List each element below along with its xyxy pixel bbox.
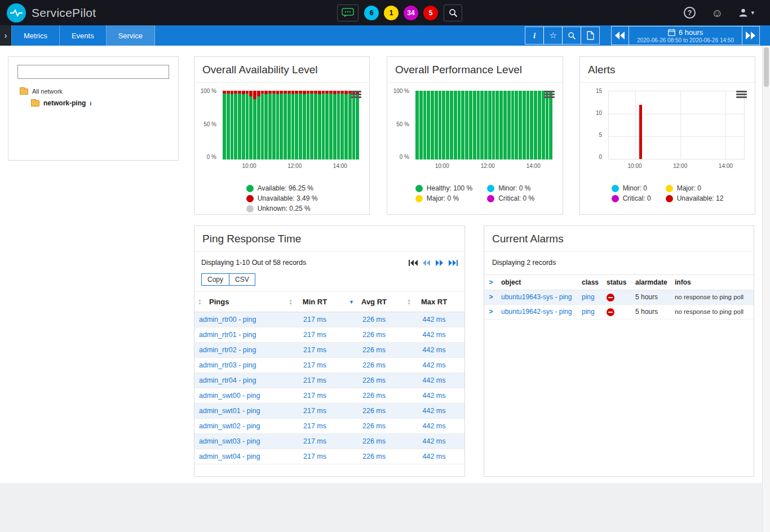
legend-label: Available: 96.25 % xyxy=(258,184,313,192)
ping-table-row: admin_rtr04 - ping217 ms226 ms442 ms xyxy=(194,373,464,388)
y-tick-label: 10 xyxy=(596,110,602,116)
vertical-scrollbar[interactable] xyxy=(762,46,770,532)
alarm-object-link[interactable]: ubuntu19643-sys - ping xyxy=(498,290,578,305)
topbar: ServicePilot 61345 ? ☺ ▾ xyxy=(0,0,770,25)
chat-bubble-icon xyxy=(342,8,354,17)
column-header-min-rt[interactable]: ▲▼ Min RT xyxy=(285,292,344,312)
chart-menu-icon[interactable] xyxy=(736,90,747,99)
alarm-class: ping xyxy=(578,304,603,319)
chart-bar xyxy=(741,91,744,159)
tree-node-network-ping[interactable]: network-ping i xyxy=(31,99,178,107)
tree-filter-input[interactable] xyxy=(17,65,169,79)
tree-node-all-network[interactable]: All network xyxy=(20,88,178,95)
alarm-object-link[interactable]: ubuntu19642-sys - ping xyxy=(498,304,578,319)
legend-item: Major: 0 xyxy=(666,184,724,192)
next-page-button[interactable] xyxy=(436,260,444,266)
chart-bar xyxy=(639,91,643,159)
ping-object-link[interactable]: admin_swt01 - ping xyxy=(194,404,285,419)
search-button[interactable] xyxy=(444,5,462,21)
chart-bar xyxy=(703,91,706,159)
csv-button[interactable]: CSV xyxy=(229,273,255,286)
chart-legend: Healthy: 100 %Minor: 0 %Major: 0 %Critic… xyxy=(415,184,534,202)
report-button[interactable] xyxy=(581,26,600,45)
sort-desc-icon: ▼ xyxy=(349,299,354,305)
ping-table-row: admin_swt04 - ping217 ms226 ms442 ms xyxy=(194,449,464,464)
chart-bar xyxy=(291,91,295,159)
expand-row-chevron[interactable]: > xyxy=(484,290,498,305)
badge-critical[interactable]: 34 xyxy=(404,6,418,20)
plot-area xyxy=(223,91,359,159)
column-header-status[interactable]: status xyxy=(603,275,632,290)
x-tick-label: 14:00 xyxy=(719,163,733,169)
ping-object-link[interactable]: admin_swt03 - ping xyxy=(194,434,285,449)
info-button[interactable]: i xyxy=(525,26,544,45)
chart-menu-icon[interactable] xyxy=(351,90,361,99)
column-header-pings[interactable]: ▲▼ Pings xyxy=(194,292,285,312)
column-header-infos[interactable]: infos xyxy=(671,275,754,290)
alarm-status xyxy=(603,304,632,319)
chart-bar xyxy=(446,91,449,159)
ping-avg-rt: 226 ms xyxy=(344,358,404,373)
chart-bar xyxy=(423,91,427,159)
tab-events[interactable]: Events xyxy=(60,25,107,46)
badge-unavailable[interactable]: 5 xyxy=(423,6,438,20)
chart-bar xyxy=(484,91,488,159)
ping-object-link[interactable]: admin_swt04 - ping xyxy=(194,449,285,464)
chart-bar xyxy=(631,91,635,159)
chart-bar xyxy=(676,91,680,159)
expand-row-chevron[interactable]: > xyxy=(484,304,498,319)
ping-object-link[interactable]: admin_rtr02 - ping xyxy=(194,343,285,358)
badge-major[interactable]: 1 xyxy=(384,6,399,20)
expand-all-chevron[interactable]: > xyxy=(484,275,498,290)
ping-object-link[interactable]: admin_rtr04 - ping xyxy=(194,373,285,388)
ping-object-link[interactable]: admin_swt00 - ping xyxy=(194,388,285,404)
column-header-alarmdate[interactable]: alarmdate xyxy=(632,275,671,290)
last-page-button[interactable] xyxy=(449,260,458,266)
next-page-icon xyxy=(436,260,444,266)
help-icon[interactable]: ? xyxy=(684,7,696,19)
chart-menu-icon[interactable] xyxy=(544,90,555,99)
sort-icon: ▲▼ xyxy=(407,299,411,305)
zoom-search-button[interactable] xyxy=(562,26,581,45)
servicepilot-logo-icon[interactable] xyxy=(7,3,26,23)
scrollbar-thumb[interactable] xyxy=(764,47,769,87)
ping-min-rt: 217 ms xyxy=(285,373,344,388)
copy-button[interactable]: Copy xyxy=(201,273,229,286)
dashboard-content: All network network-ping i Overall Avail… xyxy=(0,46,770,483)
badge-minor[interactable]: 6 xyxy=(364,6,379,20)
time-forward-button[interactable] xyxy=(742,26,760,45)
time-range-display[interactable]: 6 hours 2020-06-26 08:50 to 2020-06-26 1… xyxy=(629,26,742,45)
column-header-class[interactable]: class xyxy=(578,275,603,290)
document-icon xyxy=(587,31,594,40)
ping-table-row: admin_swt01 - ping217 ms226 ms442 ms xyxy=(194,404,464,419)
ping-avg-rt: 226 ms xyxy=(344,343,404,358)
chart-bar xyxy=(419,91,423,159)
ping-table-row: admin_rtr00 - ping217 ms226 ms442 ms xyxy=(194,312,464,327)
tab-metrics[interactable]: Metrics xyxy=(11,25,60,46)
favorite-button[interactable]: ☆ xyxy=(543,26,563,45)
tab-service[interactable]: Service xyxy=(107,25,155,46)
user-menu[interactable]: ▾ xyxy=(738,8,754,17)
column-header-avg-rt[interactable]: ▼ Avg RT xyxy=(344,292,404,312)
sidebar-collapse-button[interactable]: › xyxy=(0,25,11,46)
ping-object-link[interactable]: admin_rtr03 - ping xyxy=(194,358,285,373)
chart-bar xyxy=(609,91,612,159)
ping-max-rt: 442 ms xyxy=(404,373,464,388)
chart-bar xyxy=(519,91,522,159)
prev-page-button[interactable] xyxy=(423,260,431,266)
card-title: Overall Performance Level xyxy=(387,57,563,83)
object-tree: All network network-ping i xyxy=(8,86,178,107)
time-back-button[interactable] xyxy=(611,26,629,45)
node-info-icon[interactable]: i xyxy=(90,100,91,107)
ping-object-link[interactable]: admin_swt02 - ping xyxy=(194,419,285,434)
chart-bar xyxy=(696,91,699,159)
column-header-max-rt[interactable]: ▲▼ Max RT xyxy=(404,292,464,312)
chart-bar xyxy=(461,91,464,159)
ping-object-link[interactable]: admin_rtr01 - ping xyxy=(194,327,285,343)
chart-bar xyxy=(280,91,283,159)
ping-object-link[interactable]: admin_rtr00 - ping xyxy=(194,312,285,327)
smiley-icon[interactable]: ☺ xyxy=(711,7,723,19)
column-header-object[interactable]: object xyxy=(498,275,578,290)
chat-button[interactable] xyxy=(337,5,359,21)
first-page-button[interactable] xyxy=(409,260,418,266)
